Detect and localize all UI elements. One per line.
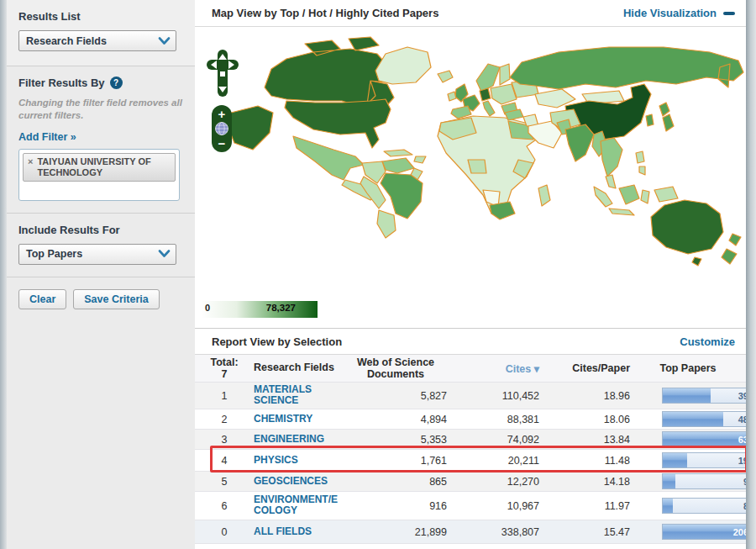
region-sulawesi[interactable] bbox=[641, 190, 649, 203]
column-header-top-papers: Top Papers bbox=[630, 362, 746, 374]
remove-filter-icon[interactable]: × bbox=[28, 156, 33, 178]
top-papers-bar: 63 bbox=[662, 431, 751, 447]
cites-per-paper-cell: 18.06 bbox=[539, 414, 630, 425]
documents-cell: 5,827 bbox=[344, 390, 447, 402]
field-link[interactable]: ALL FIELDS bbox=[254, 526, 312, 537]
cites-cell: 20,211 bbox=[447, 455, 539, 467]
top-papers-bar: 9 bbox=[662, 473, 751, 489]
zoom-out-button[interactable]: − bbox=[218, 136, 226, 150]
include-results-heading: Include Results For bbox=[18, 224, 183, 236]
cites-cell: 110,452 bbox=[447, 390, 539, 402]
rank-cell: 2 bbox=[195, 414, 254, 425]
map-view-header: Map View by Top / Hot / Highly Cited Pap… bbox=[195, 0, 746, 27]
table-row-physics: 4 PHYSICS 1,761 20,211 11.48 19 bbox=[195, 450, 746, 472]
left-edge-strip bbox=[0, 0, 7, 549]
region-venezuela[interactable] bbox=[382, 158, 414, 173]
region-argentina[interactable] bbox=[377, 210, 396, 238]
field-link[interactable]: ENGINEERING bbox=[254, 434, 324, 445]
filter-tag-label: TAIYUAN UNIVERSITY OF TECHNOLOGY bbox=[37, 156, 170, 178]
world-map-visualization: + − 0 78,327 bbox=[195, 27, 746, 328]
documents-cell: 4,894 bbox=[344, 414, 447, 425]
region-india[interactable] bbox=[565, 124, 594, 161]
region-indochina[interactable] bbox=[601, 138, 622, 177]
help-icon[interactable]: ? bbox=[110, 77, 123, 89]
top-papers-bar: 39 bbox=[662, 388, 751, 404]
filter-section: Filter Results By ? Changing the filter … bbox=[7, 66, 195, 214]
zoom-in-button[interactable]: + bbox=[218, 107, 226, 121]
region-greenland[interactable] bbox=[375, 47, 431, 84]
hide-visualization-link[interactable]: Hide Visualization bbox=[623, 7, 717, 19]
cites-per-paper-cell: 15.47 bbox=[539, 526, 630, 538]
field-link[interactable]: ENVIRONMENT/ECOLOGY bbox=[254, 494, 338, 517]
filter-tag[interactable]: × TAIYUAN UNIVERSITY OF TECHNOLOGY bbox=[23, 153, 176, 182]
bar-fill bbox=[663, 474, 675, 488]
region-new-zealand[interactable] bbox=[722, 234, 741, 264]
map-view-title: Map View by Top / Hot / Highly Cited Pap… bbox=[212, 7, 623, 19]
region-alaska[interactable] bbox=[228, 106, 273, 150]
minus-icon bbox=[723, 12, 735, 15]
region-borneo[interactable] bbox=[619, 185, 639, 204]
region-canada[interactable] bbox=[265, 37, 394, 111]
documents-cell: 865 bbox=[344, 476, 447, 488]
results-list-dropdown[interactable]: Research Fields bbox=[18, 30, 176, 51]
table-row: 2 CHEMISTRY 4,894 88,381 18.06 48 bbox=[195, 409, 746, 430]
bar-fill bbox=[663, 499, 673, 513]
column-header-cites-sort[interactable]: Cites ▾ bbox=[447, 362, 539, 375]
documents-cell: 5,353 bbox=[344, 434, 447, 446]
report-table: Total: 7 Research Fields Web of Science … bbox=[195, 355, 746, 544]
rank-cell: 3 bbox=[195, 434, 254, 446]
region-brazil[interactable] bbox=[381, 173, 423, 219]
filter-note: Changing the filter field removes all cu… bbox=[18, 97, 183, 122]
field-link[interactable]: CHEMISTRY bbox=[254, 414, 312, 425]
include-results-dropdown[interactable]: Top Papers bbox=[18, 244, 176, 265]
bar-fill bbox=[663, 388, 711, 403]
region-japan[interactable] bbox=[659, 103, 674, 131]
table-row: 1 MATERIALS SCIENCE 5,827 110,452 18.96 … bbox=[195, 383, 746, 409]
region-nigeria[interactable] bbox=[468, 160, 486, 173]
rank-cell: 1 bbox=[195, 390, 254, 402]
cites-cell: 10,967 bbox=[447, 500, 539, 512]
region-russia[interactable] bbox=[510, 47, 743, 89]
globe-icon[interactable] bbox=[216, 123, 228, 135]
field-link[interactable]: PHYSICS bbox=[254, 455, 298, 466]
table-row-all-fields: 0 ALL FIELDS 21,899 338,807 15.47 206 bbox=[195, 520, 746, 544]
rank-cell: 6 bbox=[195, 500, 254, 512]
pan-center-icon[interactable] bbox=[220, 71, 225, 77]
active-filters-panel: × TAIYUAN UNIVERSITY OF TECHNOLOGY bbox=[18, 149, 180, 201]
world-map-regions bbox=[228, 37, 743, 266]
region-south-africa[interactable] bbox=[490, 202, 515, 219]
region-australia[interactable] bbox=[651, 200, 723, 266]
pan-control[interactable] bbox=[207, 49, 239, 98]
rank-cell: 4 bbox=[195, 455, 254, 467]
region-finland[interactable] bbox=[500, 64, 510, 85]
clear-button[interactable]: Clear bbox=[18, 289, 66, 309]
bar-fill bbox=[663, 412, 723, 426]
region-malay-peninsula[interactable] bbox=[606, 175, 616, 188]
region-new-guinea[interactable] bbox=[654, 187, 678, 202]
region-philippines[interactable] bbox=[636, 151, 645, 175]
include-results-section: Include Results For Top Papers bbox=[7, 214, 195, 277]
region-sumatra[interactable] bbox=[594, 187, 612, 207]
region-madagascar[interactable] bbox=[538, 185, 550, 206]
results-list-dropdown-value: Research Fields bbox=[26, 35, 158, 47]
customize-link[interactable]: Customize bbox=[680, 335, 735, 348]
cites-per-paper-cell: 11.97 bbox=[539, 500, 630, 512]
cites-per-paper-cell: 11.48 bbox=[539, 455, 630, 467]
field-link[interactable]: GEOSCIENCES bbox=[254, 476, 328, 487]
region-mexico[interactable] bbox=[293, 136, 364, 180]
cites-cell: 88,381 bbox=[447, 414, 539, 425]
region-iceland[interactable] bbox=[438, 71, 453, 82]
save-criteria-button[interactable]: Save Criteria bbox=[73, 289, 159, 309]
rank-cell: 0 bbox=[195, 526, 254, 538]
map-zoom-control[interactable]: + − bbox=[212, 104, 232, 153]
world-choropleth-map[interactable] bbox=[206, 35, 748, 275]
field-link[interactable]: MATERIALS SCIENCE bbox=[254, 384, 338, 407]
region-italy[interactable] bbox=[483, 101, 495, 116]
region-korea[interactable] bbox=[646, 114, 654, 126]
chevron-down-icon bbox=[158, 250, 171, 258]
scrollbar-strip[interactable] bbox=[746, 0, 756, 549]
region-java[interactable] bbox=[609, 209, 634, 215]
region-germany[interactable] bbox=[480, 88, 491, 101]
add-filter-link[interactable]: Add Filter » bbox=[18, 131, 76, 143]
region-ireland[interactable] bbox=[448, 92, 456, 101]
